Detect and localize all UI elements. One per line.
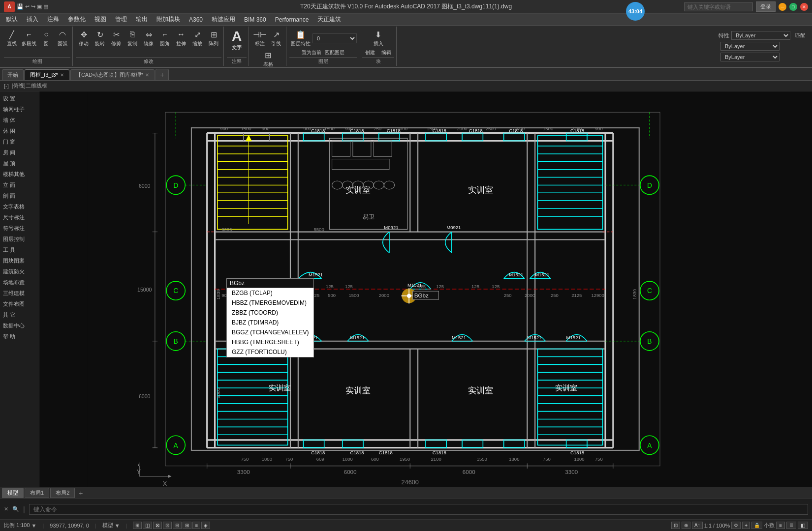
model-label-display[interactable]: 模型 ▼ [102, 522, 120, 529]
table-button[interactable]: ⊞ 表格 [260, 48, 276, 68]
zoom-settings-button[interactable]: ⚙ [731, 522, 741, 529]
circle-button[interactable]: ○ 圆 [38, 28, 54, 48]
match-layer-button[interactable]: 匹配图层 [323, 48, 346, 57]
sidebar-item-10[interactable]: 文字表格 [1, 202, 38, 212]
zoom-in-button[interactable]: + [742, 522, 750, 529]
layout-tab-布局1[interactable]: 布局1 [25, 488, 49, 498]
rotate-button[interactable]: ↻ 旋转 [92, 28, 108, 48]
sidebar-item-19[interactable]: 文件布图 [1, 299, 38, 309]
sidebar-item-2[interactable]: 墙 体 [1, 115, 38, 125]
dim-button[interactable]: ⊣⊢ 标注 [252, 28, 268, 48]
isolate-button[interactable]: ⊕ [682, 522, 690, 529]
sidebar-item-0[interactable]: 设 置 [1, 93, 38, 104]
menu-item-2[interactable]: 注释 [43, 14, 63, 25]
annotscale-button[interactable]: A↑ [692, 522, 703, 529]
sidebar-item-14[interactable]: 工 具 [1, 245, 38, 255]
menu-item-1[interactable]: 插入 [23, 14, 42, 25]
menu-item-11[interactable]: Performance [271, 15, 313, 24]
polar-button[interactable]: ⊡ [163, 522, 172, 529]
menu-item-10[interactable]: BIM 360 [240, 15, 270, 24]
sidebar-item-4[interactable]: 门 窗 [1, 137, 38, 147]
menu-item-0[interactable]: 默认 [2, 14, 22, 25]
autocomplete-item-2[interactable]: ZBBZ (TCOORD) [227, 308, 313, 318]
autocomplete-item-4[interactable]: BGGZ (TCHANGEVALELEV) [227, 327, 313, 337]
command-input[interactable] [29, 504, 808, 515]
workspace-button[interactable]: ◧ [798, 522, 808, 529]
sidebar-item-3[interactable]: 休 闲 [1, 126, 38, 136]
minimize-button[interactable]: ─ [779, 3, 786, 11]
sidebar-item-22[interactable]: 帮 助 [1, 331, 38, 342]
stretch-button[interactable]: ↔ 拉伸 [173, 28, 189, 48]
layers-toggle-button[interactable]: ≣ [786, 522, 796, 529]
sidebar-item-20[interactable]: 其 它 [1, 310, 38, 320]
scale-display[interactable]: 比例 1:100 ▼ [4, 522, 36, 529]
array-button[interactable]: ⊞ 阵列 [206, 28, 221, 48]
make-current-button[interactable]: 置为当前 [300, 48, 323, 57]
menu-item-3[interactable]: 参数化 [64, 14, 90, 25]
autocomplete-item-3[interactable]: BJBZ (TDIMRAD) [227, 318, 313, 327]
leader-button[interactable]: ↗ 引线 [268, 28, 284, 48]
close-button[interactable]: ✕ [800, 3, 808, 11]
selection-tools[interactable]: ⊡ ⊕ A↑ 1:1 / 100% ⚙ + 🔒 小数 ≡ ≣ ◧ [671, 522, 808, 529]
layer-select[interactable]: 0 [312, 33, 357, 43]
copy-button[interactable]: ⎘ 复制 [125, 28, 140, 48]
layout-tab-add[interactable]: + [76, 488, 86, 498]
color-select[interactable]: ByLayer [731, 31, 790, 40]
move-button[interactable]: ✥ 移动 [76, 28, 92, 48]
snap-button[interactable]: ◫ [143, 522, 152, 529]
autocomplete-item-6[interactable]: GZZ (TFORTICOLU) [227, 347, 313, 357]
sidebar-item-11[interactable]: 尺寸标注 [1, 212, 38, 223]
transparency-button[interactable]: ◈ [201, 522, 210, 529]
insert-button[interactable]: ⬇ 插入 [371, 28, 386, 48]
sidebar-item-18[interactable]: 三维建模 [1, 288, 38, 298]
sidebar-item-21[interactable]: 数据中心 [1, 321, 38, 331]
menu-item-9[interactable]: 精选应用 [208, 14, 239, 25]
autocomplete-item-0[interactable]: BZGB (TCLAP) [227, 288, 313, 298]
ortho-button[interactable]: ⊠ [153, 522, 162, 529]
sidebar-item-6[interactable]: 屋 顶 [1, 158, 38, 169]
scale-button[interactable]: ⤢ 缩放 [189, 28, 205, 48]
text-button[interactable]: A 文字 [227, 28, 247, 53]
snap-buttons[interactable]: ⊞ ◫ ⊠ ⊡ ⊟ ⊞ ≡ ◈ [133, 522, 210, 529]
menu-item-7[interactable]: 附加模块 [153, 14, 184, 25]
lock-button[interactable]: 🔒 [751, 522, 762, 529]
autocomplete-item-5[interactable]: HBBG (TMERGESHEET) [227, 337, 313, 347]
match-props-button[interactable]: 匹配 [792, 31, 808, 40]
search-input[interactable] [684, 2, 753, 11]
cmd-search-button[interactable]: 🔍 [12, 506, 19, 512]
sidebar-item-15[interactable]: 图块图案 [1, 256, 38, 266]
autocomplete-item-1[interactable]: HBBZ (TMERGEMOVEDIM) [227, 298, 313, 308]
mirror-button[interactable]: ⇔ 镜像 [141, 28, 156, 48]
sidebar-item-8[interactable]: 立 面 [1, 180, 38, 190]
tab-drawing[interactable]: 图框_t3_t3* ✕ [25, 69, 69, 80]
edit-block-button[interactable]: 编辑 [378, 48, 394, 57]
osnap-button[interactable]: ⊟ [173, 522, 182, 529]
login-button[interactable]: 登录 [756, 1, 776, 12]
create-block-button[interactable]: 创建 [362, 48, 378, 57]
menu-item-12[interactable]: 天正建筑 [313, 14, 345, 25]
sidebar-item-12[interactable]: 符号标注 [1, 223, 38, 234]
menu-item-8[interactable]: A360 [185, 15, 207, 24]
trim-button[interactable]: ✂ 修剪 [108, 28, 124, 48]
layer-props-button[interactable]: 📋 图层特性 [289, 28, 312, 48]
dyn-button[interactable]: ⊞ [183, 522, 191, 529]
arc-button[interactable]: ◠ 圆弧 [55, 28, 70, 48]
sidebar-item-1[interactable]: 轴网柱子 [1, 104, 38, 115]
cmd-close-button[interactable]: ✕ [4, 506, 8, 512]
layout-tab-模型[interactable]: 模型 [2, 488, 24, 498]
tab-library[interactable]: 【CAD动态图块】图库整理* ✕ [70, 69, 155, 80]
menu-item-4[interactable]: 视图 [91, 14, 110, 25]
tab-start[interactable]: 开始 [2, 69, 24, 80]
sidebar-item-17[interactable]: 场地布置 [1, 277, 38, 288]
polyline-button[interactable]: ⌐ 多段线 [20, 28, 38, 48]
grid-button[interactable]: ⊞ [133, 522, 142, 529]
sidebar-item-5[interactable]: 房 间 [1, 148, 38, 158]
fillet-button[interactable]: ⌐ 圆角 [157, 28, 173, 48]
maximize-button[interactable]: □ [789, 3, 797, 11]
linetype-select[interactable]: ByLayer [720, 42, 780, 51]
line-button[interactable]: ╱ 直线 [4, 28, 20, 48]
canvas-area[interactable]: 实训室 实训室 实训室 实训室 实训室 实训室 [39, 91, 812, 487]
layout-tab-布局2[interactable]: 布局2 [50, 488, 75, 498]
sidebar-item-16[interactable]: 建筑防火 [1, 266, 38, 277]
sidebar-item-7[interactable]: 楼梯其他 [1, 169, 38, 179]
